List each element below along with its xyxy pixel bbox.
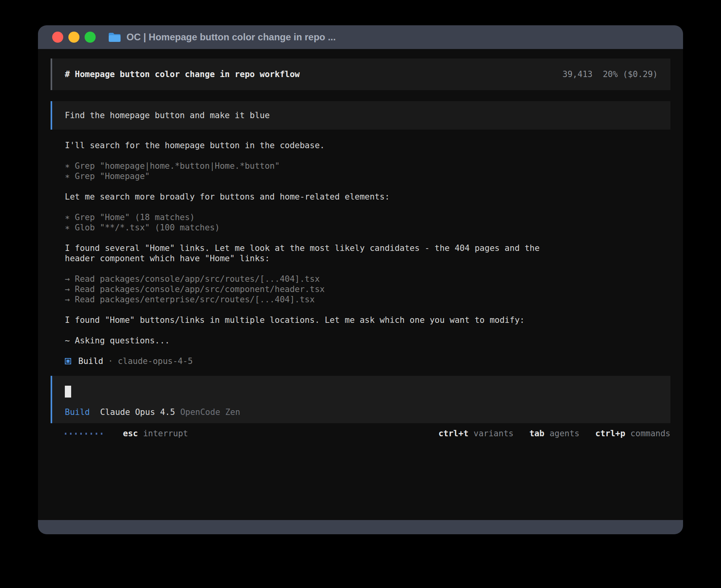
transcript-line: I found several "Home" links. Let me loo… [65, 243, 568, 264]
tool-activity-group: ∗ Grep "homepage|home.*button|Home.*butt… [65, 161, 670, 181]
input-meta-row: Build Claude Opus 4.5 OpenCode Zen [65, 407, 658, 417]
hint-key: ctrl+p [595, 428, 625, 439]
hint-label: agents [549, 428, 579, 439]
assistant-message: Let me search more broadly for buttons a… [65, 192, 568, 202]
window-titlebar[interactable]: OC | Homepage button color change in rep… [38, 25, 683, 49]
assistant-message: ~ Asking questions... [65, 335, 568, 346]
user-message: Find the homepage button and make it blu… [51, 101, 670, 130]
transcript-line: ∗ Grep "Home" (18 matches) [65, 212, 670, 222]
keyboard-hint: ctrl+tvariants [438, 428, 513, 439]
spinner-dot [91, 433, 92, 435]
spinner-dot [101, 433, 102, 435]
transcript-line: ∗ Glob "**/*.tsx" (100 matches) [65, 222, 670, 233]
input-mode: Build [65, 407, 90, 417]
transcript-line: I found "Home" buttons/links in multiple… [65, 315, 568, 325]
spinner-dot [75, 433, 77, 435]
session-header: # Homepage button color change in repo w… [51, 58, 670, 90]
minimize-button[interactable] [68, 32, 79, 43]
transcript-line: → Read packages/console/app/src/routes/[… [65, 274, 670, 284]
hint-key: ctrl+t [438, 428, 468, 439]
transcript-line: ∗ Grep "Homepage" [65, 171, 670, 181]
close-button[interactable] [52, 32, 63, 43]
agent-mode-icon [65, 358, 71, 364]
input-provider: OpenCode Zen [180, 407, 240, 417]
transcript-line: Let me search more broadly for buttons a… [65, 192, 568, 202]
tool-activity-group: ∗ Grep "Home" (18 matches)∗ Glob "**/*.t… [65, 212, 670, 233]
hint-label: variants [474, 428, 513, 439]
terminal-window: OC | Homepage button color change in rep… [38, 25, 683, 534]
context-cost: 20% ($0.29) [603, 69, 658, 79]
hint-label: commands [630, 428, 670, 439]
transcript-line: ∗ Grep "homepage|home.*button|Home.*butt… [65, 161, 670, 171]
hint-key-esc: esc [123, 428, 138, 439]
agent-model: claude-opus-4-5 [118, 356, 193, 366]
traffic-lights [52, 32, 96, 43]
agent-status-line: Build · claude-opus-4-5 [51, 356, 670, 366]
spinner-dots [65, 433, 102, 435]
window-title: OC | Homepage button color change in rep… [126, 32, 336, 43]
hint-label-interrupt: interrupt [143, 428, 188, 439]
keyboard-hint: tabagents [529, 428, 579, 439]
keyboard-hint: ctrl+pcommands [595, 428, 670, 439]
assistant-message: I'll search for the homepage button in t… [65, 140, 568, 151]
spinner-dot [65, 433, 66, 435]
session-stats: 39,413 20% ($0.29) [562, 69, 658, 79]
spinner-dot [70, 433, 72, 435]
spinner-dot [96, 433, 97, 435]
transcript-line: → Read packages/console/app/src/componen… [65, 284, 670, 294]
token-count: 39,413 [562, 69, 593, 79]
spinner-dot [80, 433, 82, 435]
input-model: Claude Opus 4.5 [100, 407, 175, 417]
transcript: I'll search for the homepage button in t… [51, 140, 670, 356]
agent-name: Build [78, 356, 103, 366]
tool-activity-group: → Read packages/console/app/src/routes/[… [65, 274, 670, 305]
assistant-message: I found several "Home" links. Let me loo… [65, 243, 568, 264]
zoom-button[interactable] [85, 32, 96, 43]
spinner-dot [85, 433, 87, 435]
prompt-input[interactable]: Build Claude Opus 4.5 OpenCode Zen [51, 376, 670, 423]
text-cursor [65, 386, 71, 398]
status-bar: esc interrupt ctrl+tvariantstabagentsctr… [51, 428, 670, 439]
agent-separator: · [108, 356, 113, 366]
folder-icon [108, 32, 121, 42]
transcript-line: ~ Asking questions... [65, 335, 568, 346]
assistant-message: I found "Home" buttons/links in multiple… [65, 315, 568, 325]
window-bottom-edge [38, 520, 683, 534]
session-title: # Homepage button color change in repo w… [65, 69, 300, 79]
transcript-line: → Read packages/enterprise/src/routes/[.… [65, 294, 670, 305]
statusbar-hints: ctrl+tvariantstabagentsctrl+pcommands [438, 428, 670, 439]
terminal-screen: # Homepage button color change in repo w… [38, 49, 683, 520]
hint-key: tab [529, 428, 544, 439]
user-message-text: Find the homepage button and make it blu… [65, 110, 270, 121]
window-title-group: OC | Homepage button color change in rep… [108, 32, 336, 43]
transcript-line: I'll search for the homepage button in t… [65, 140, 568, 151]
